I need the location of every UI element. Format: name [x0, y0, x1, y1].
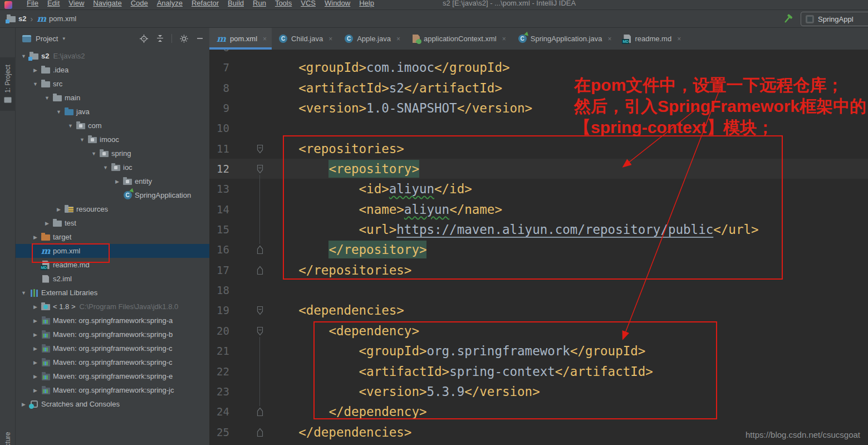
code-line-12[interactable]: 12 <repository> — [209, 159, 868, 179]
close-icon[interactable]: × — [328, 35, 332, 43]
menu-tools[interactable]: Tools — [271, 0, 296, 8]
menu-code[interactable]: Code — [126, 0, 153, 8]
code-line-20[interactable]: 20 <dependency> — [209, 321, 868, 341]
expanded-arrow-icon[interactable]: ▼ — [42, 95, 52, 101]
collapsed-arrow-icon[interactable]: ▶ — [31, 332, 40, 338]
code-line-14[interactable]: 14 <name>aliyun</name> — [209, 199, 868, 219]
tree-item-readme-md[interactable]: MDreadme.md — [16, 258, 209, 272]
tool-window-button-project[interactable]: 1: Project — [0, 57, 16, 111]
collapsed-arrow-icon[interactable]: ▶ — [31, 234, 40, 240]
expanded-arrow-icon[interactable]: ▼ — [54, 109, 63, 115]
tree-item-external-libraries[interactable]: ▼External Libraries — [16, 286, 209, 300]
expanded-arrow-icon[interactable]: ▼ — [19, 290, 28, 296]
close-icon[interactable]: × — [263, 35, 267, 43]
breadcrumb-file[interactable]: m pom.xml — [37, 14, 76, 23]
build-hammer-icon[interactable] — [782, 13, 793, 25]
close-icon[interactable]: × — [607, 35, 611, 43]
tree-item-maven-org-springframework-spring-a[interactable]: ▶Maven: org.springframework:spring-a — [16, 314, 209, 327]
tool-window-button-structure[interactable]: 7: Structure — [0, 424, 16, 445]
fold-marker-icon[interactable] — [256, 407, 264, 417]
fold-marker-icon[interactable] — [256, 245, 264, 255]
tree-item-scratches-and-consoles[interactable]: ▶Scratches and Consoles — [16, 397, 209, 411]
tab-readme-md[interactable]: MDreadme.md× — [616, 28, 686, 50]
close-icon[interactable]: × — [502, 35, 506, 43]
tree-item-java[interactable]: ▼java — [16, 105, 209, 119]
collapsed-arrow-icon[interactable]: ▶ — [112, 179, 122, 184]
code-line-13[interactable]: 13 <id>aliyun</id> — [209, 179, 868, 199]
gear-icon[interactable] — [179, 34, 189, 43]
code-line-6[interactable]: 6 — [209, 50, 868, 57]
tree-item-maven-org-springframework-spring-c[interactable]: ▶Maven: org.springframework:spring-c — [16, 341, 209, 355]
expanded-arrow-icon[interactable]: ▼ — [19, 53, 28, 59]
close-icon[interactable]: × — [677, 35, 681, 43]
tab-springapplication-java[interactable]: CSpringApplication.java× — [511, 28, 617, 50]
tree-item-s2-iml[interactable]: s2.iml — [16, 272, 209, 286]
close-icon[interactable]: × — [396, 35, 400, 43]
menu-file[interactable]: File — [22, 0, 43, 8]
tab-child-java[interactable]: CChild.java× — [272, 28, 337, 50]
tree-item-maven-org-springframework-spring-b[interactable]: ▶Maven: org.springframework:spring-b — [16, 327, 209, 341]
menu-edit[interactable]: Edit — [43, 0, 64, 8]
collapse-all-button[interactable] — [156, 34, 164, 43]
code-line-15[interactable]: 15 <url>https://maven.aliyun.com/reposit… — [209, 219, 868, 239]
collapsed-arrow-icon[interactable]: ▶ — [54, 207, 63, 212]
fold-marker-icon[interactable] — [256, 306, 264, 315]
menu-refactor[interactable]: Refactor — [187, 0, 223, 8]
collapsed-arrow-icon[interactable]: ▶ — [31, 374, 40, 379]
tree-item-idea[interactable]: ▶.idea — [16, 63, 209, 77]
menu-window[interactable]: Window — [320, 0, 355, 8]
tree-item-imooc[interactable]: ▼imooc — [16, 133, 209, 146]
tree-item-src[interactable]: ▼src — [16, 77, 209, 91]
collapsed-arrow-icon[interactable]: ▶ — [31, 346, 40, 351]
expanded-arrow-icon[interactable]: ▼ — [31, 81, 40, 87]
tree-item-main[interactable]: ▼main — [16, 91, 209, 105]
tree-item-com[interactable]: ▼com — [16, 119, 209, 133]
tree-item-1-8[interactable]: ▶< 1.8 >C:\Program Files\Java\jdk1.8.0 — [16, 300, 209, 314]
expanded-arrow-icon[interactable]: ▼ — [89, 151, 99, 157]
tree-item-target[interactable]: ▶target — [16, 230, 209, 244]
tree-item-entity[interactable]: ▶entity — [16, 174, 209, 188]
menu-analyze[interactable]: Analyze — [153, 0, 187, 8]
menu-run[interactable]: Run — [248, 0, 271, 8]
tree-item-maven-org-springframework-spring-e[interactable]: ▶Maven: org.springframework:spring-e — [16, 369, 209, 383]
code-line-9[interactable]: 9 <version>1.0-SNAPSHOT</version> — [209, 98, 868, 118]
collapsed-arrow-icon[interactable]: ▶ — [31, 304, 40, 310]
menu-view[interactable]: View — [64, 0, 89, 8]
fold-marker-icon[interactable] — [256, 428, 264, 437]
fold-marker-icon[interactable] — [256, 326, 264, 336]
menu-vcs[interactable]: VCS — [296, 0, 320, 8]
collapsed-arrow-icon[interactable]: ▶ — [19, 402, 28, 407]
code-editor[interactable]: 67 <groupId>com.imooc</groupId>8 <artifa… — [209, 50, 868, 445]
fold-marker-icon[interactable] — [256, 266, 264, 275]
code-line-24[interactable]: 24 </dependency> — [209, 402, 868, 422]
run-configuration-select[interactable]: SpringAppl — [801, 12, 868, 26]
fold-marker-icon[interactable] — [256, 144, 264, 154]
tree-item-s2[interactable]: ▼s2E:\java\s2 — [16, 49, 209, 63]
tree-item-resources[interactable]: ▶resources — [16, 202, 209, 216]
code-line-7[interactable]: 7 <groupId>com.imooc</groupId> — [209, 57, 868, 77]
code-line-11[interactable]: 11 <repositories> — [209, 139, 868, 159]
tree-item-test[interactable]: ▶test — [16, 216, 209, 230]
tab-pom-xml[interactable]: mpom.xml× — [209, 28, 272, 50]
expanded-arrow-icon[interactable]: ▼ — [77, 137, 87, 143]
code-line-8[interactable]: 8 <artifactId>s2</artifactId> — [209, 78, 868, 98]
menu-build[interactable]: Build — [223, 0, 248, 8]
fold-marker-icon[interactable] — [256, 164, 264, 174]
collapsed-arrow-icon[interactable]: ▶ — [31, 67, 40, 73]
code-line-18[interactable]: 18 — [209, 280, 868, 300]
collapsed-arrow-icon[interactable]: ▶ — [31, 318, 40, 324]
tree-item-springapplication[interactable]: CSpringApplication — [16, 188, 209, 202]
hide-panel-button[interactable] — [196, 35, 204, 42]
collapsed-arrow-icon[interactable]: ▶ — [31, 388, 40, 393]
tab-applicationcontext-xml[interactable]: applicationContext.xml× — [405, 28, 511, 50]
tree-item-maven-org-springframework-spring-c[interactable]: ▶Maven: org.springframework:spring-c — [16, 355, 209, 369]
tree-item-spring[interactable]: ▼spring — [16, 146, 209, 160]
menu-help[interactable]: Help — [355, 0, 379, 8]
expanded-arrow-icon[interactable]: ▼ — [101, 165, 110, 170]
code-line-21[interactable]: 21 <groupId>org.springframework</groupId… — [209, 341, 868, 361]
tree-item-maven-org-springframework-spring-jc[interactable]: ▶Maven: org.springframework:spring-jc — [16, 383, 209, 397]
tree-item-ioc[interactable]: ▼ioc — [16, 160, 209, 174]
tree-item-pom-xml[interactable]: mpom.xml — [16, 244, 209, 258]
menu-navigate[interactable]: Navigate — [89, 0, 126, 8]
collapsed-arrow-icon[interactable]: ▶ — [42, 221, 52, 226]
